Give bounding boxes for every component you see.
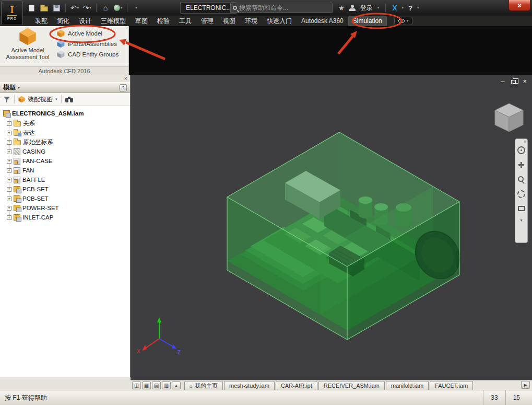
browser-grab-bar[interactable]: × <box>0 75 130 82</box>
navbar-caret-icon[interactable]: ▾ <box>520 218 522 223</box>
expand-icon[interactable]: + <box>7 131 11 135</box>
tab-assemble[interactable]: 装配 <box>30 16 52 26</box>
search-input[interactable] <box>239 4 330 11</box>
look-at-icon[interactable] <box>518 206 525 211</box>
tree-item-fan[interactable]: + FAN <box>7 166 130 175</box>
open-button[interactable] <box>39 2 49 14</box>
tab-sketch[interactable]: 草图 <box>131 16 152 26</box>
navigation-wheel-icon[interactable] <box>517 146 525 154</box>
expand-tabs-button[interactable]: ▴ <box>172 381 181 389</box>
expand-icon[interactable]: + <box>7 215 11 220</box>
tree-item-origin[interactable]: + 原始坐标系 <box>7 137 130 147</box>
browser-help-button[interactable]: ? <box>120 84 127 91</box>
cascade-windows-button[interactable]: ◫ <box>132 381 141 389</box>
cad-entity-groups-button[interactable]: CAD Entity Groups <box>56 49 120 60</box>
orbit-icon[interactable] <box>517 190 525 198</box>
tab-get-started[interactable]: 快速入门 <box>262 16 297 26</box>
tab-mesh-study[interactable]: mesh-study.iam <box>224 381 275 390</box>
doc-close-button[interactable]: × <box>523 78 527 85</box>
expand-icon[interactable]: + <box>7 121 11 126</box>
appearance-button[interactable]: ▾ <box>113 2 123 14</box>
tree-item-inlet-cap[interactable]: + INLET-CAP <box>7 213 130 222</box>
tree-item-baffle[interactable]: + BAFFLE <box>7 175 130 184</box>
ribbon-display-options-button[interactable]: ▾ <box>394 17 413 25</box>
tree-item-pcb-set-1[interactable]: + PCB-SET <box>7 184 130 194</box>
new-file-button[interactable] <box>26 2 37 14</box>
tab-tools[interactable]: 工具 <box>174 16 196 26</box>
horizontal-tile-button[interactable]: ▤ <box>152 381 161 389</box>
tab-faucet[interactable]: FAUCET.iam <box>430 381 473 390</box>
tab-view[interactable]: 视图 <box>218 16 240 26</box>
tree-item-representations[interactable]: + 表达 <box>7 128 130 137</box>
sign-in-button[interactable]: 登录 <box>360 4 373 13</box>
tree-item-casing[interactable]: + CASING <box>7 147 130 156</box>
appearance-caret-icon[interactable]: ▾ <box>121 6 123 10</box>
tab-simplify[interactable]: 简化 <box>52 16 74 26</box>
subassembly-icon <box>14 186 20 192</box>
expand-icon[interactable]: + <box>7 168 11 173</box>
help-caret-icon[interactable]: ▾ <box>417 6 419 10</box>
expand-icon[interactable]: + <box>7 140 11 145</box>
sign-in-caret-icon[interactable]: ▾ <box>377 6 380 10</box>
tab-design[interactable]: 设计 <box>74 16 96 26</box>
browser-close-icon[interactable]: × <box>124 75 127 82</box>
expand-icon[interactable]: + <box>7 206 11 211</box>
browser-title-caret-icon[interactable]: ▾ <box>18 85 20 90</box>
save-button[interactable] <box>51 2 62 14</box>
pan-icon[interactable] <box>517 161 525 169</box>
tab-home[interactable]: ⌂ 我的主页 <box>184 381 223 390</box>
tree-item-fan-case[interactable]: + FAN-CASE <box>7 156 130 166</box>
graphics-viewport[interactable]: X Z – × × ▾ <box>131 75 532 380</box>
browser-title-bar[interactable]: 模型 ▾ ? <box>0 82 130 93</box>
ribbon-panel-title[interactable]: Autodesk CFD 2016 <box>0 66 128 75</box>
assembly-view-selector[interactable]: 装配视图 ▾ <box>18 95 57 104</box>
exchange-apps-button[interactable]: X <box>392 4 397 12</box>
inventor-app-button[interactable]: I PRO <box>1 1 23 25</box>
undo-button[interactable]: ↶▾ <box>69 2 80 14</box>
favorites-star-icon[interactable]: ★ <box>338 4 345 12</box>
tab-receiver-asm[interactable]: RECEIVER_ASM.iam <box>318 381 385 390</box>
exchange-caret-icon[interactable]: ▾ <box>402 6 404 10</box>
expand-icon[interactable]: + <box>7 149 11 154</box>
help-search-box[interactable] <box>230 3 333 13</box>
tab-car-air[interactable]: CAR-AIR.ipt <box>276 381 317 390</box>
navbar-close-icon[interactable]: × <box>524 139 526 144</box>
3d-model-canvas[interactable]: X Z <box>131 75 532 380</box>
vertical-tile-button[interactable]: ▥ <box>162 381 171 389</box>
zoom-icon[interactable] <box>517 176 525 183</box>
active-model-assessment-tool-button[interactable]: Active Model Assessment Tool <box>1 28 54 65</box>
active-model-button[interactable]: Active Model <box>56 28 120 39</box>
tab-manifold[interactable]: manifold.iam <box>386 381 429 390</box>
tree-item-power-set[interactable]: + POWER-SET <box>7 203 130 213</box>
document-window-controls: – × <box>501 78 527 85</box>
tree-item-pcb-set-2[interactable]: + PCB-SET <box>7 194 130 203</box>
filter-icon[interactable] <box>4 96 10 102</box>
search-binoculars-icon[interactable] <box>65 97 74 102</box>
tab-simulation[interactable]: Simulation <box>348 16 387 26</box>
tab-manage[interactable]: 管理 <box>196 16 218 26</box>
tree-item-label: POWER-SET <box>22 205 59 211</box>
tab-autodesk-a360[interactable]: Autodesk A360 <box>297 16 348 26</box>
tree-root-item[interactable]: ELECTRONICS_ASM.iam <box>3 108 130 119</box>
expand-icon[interactable]: + <box>7 159 11 164</box>
tile-windows-button[interactable]: ▦ <box>142 381 151 389</box>
tab-inspect[interactable]: 检验 <box>152 16 174 26</box>
window-close-button[interactable]: × <box>509 0 530 11</box>
qat-customize-button[interactable]: ▾ <box>131 2 141 14</box>
tree-item-relationships[interactable]: + 关系 <box>7 119 130 128</box>
redo-caret-icon[interactable]: ▾ <box>90 6 92 10</box>
doc-minimize-button[interactable]: – <box>501 78 504 85</box>
tab-3d-model[interactable]: 三维模型 <box>96 16 131 26</box>
redo-button[interactable]: ↷▾ <box>82 2 92 14</box>
expand-icon[interactable]: + <box>7 187 11 192</box>
undo-caret-icon[interactable]: ▾ <box>77 6 79 10</box>
help-button[interactable]: ? <box>408 4 412 12</box>
tab-scroll-right-button[interactable]: ► <box>521 381 530 389</box>
iparts-iassemblies-button[interactable]: iParts/iAssemblies <box>56 39 120 49</box>
assembly-view-icon <box>18 96 25 103</box>
tab-environments[interactable]: 环境 <box>240 16 262 26</box>
expand-icon[interactable]: + <box>7 196 11 201</box>
expand-icon[interactable]: + <box>7 178 11 182</box>
home-button[interactable]: ⌂ <box>100 2 111 14</box>
doc-restore-button[interactable] <box>511 80 516 84</box>
